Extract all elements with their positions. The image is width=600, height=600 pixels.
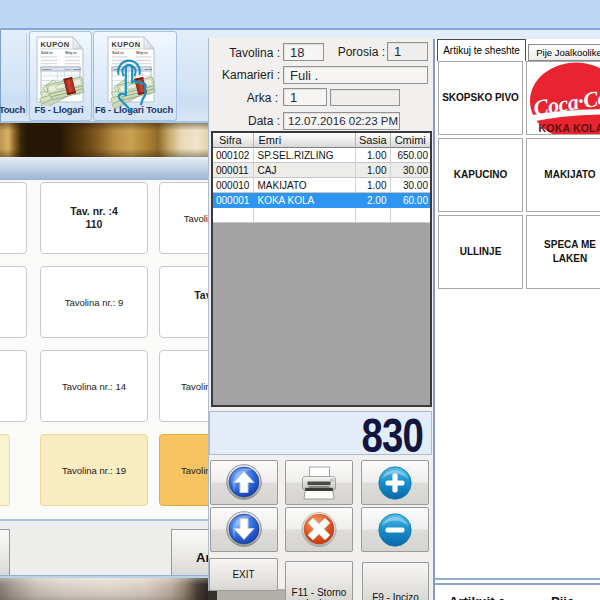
- svg-text:Quantity: Quantity: [43, 68, 53, 70]
- svg-text:Amount: Amount: [73, 68, 82, 70]
- svg-text:Sold to: Sold to: [112, 51, 124, 55]
- svg-text:Ship to: Ship to: [136, 51, 148, 55]
- svg-text:Price: Price: [65, 68, 71, 70]
- svg-text:KUPON: KUPON: [41, 40, 70, 49]
- svg-text:KUPON: KUPON: [112, 40, 141, 49]
- svg-text:Sold to: Sold to: [41, 51, 53, 55]
- svg-text:Ship to: Ship to: [65, 51, 77, 55]
- svg-text:Amount: Amount: [144, 68, 153, 70]
